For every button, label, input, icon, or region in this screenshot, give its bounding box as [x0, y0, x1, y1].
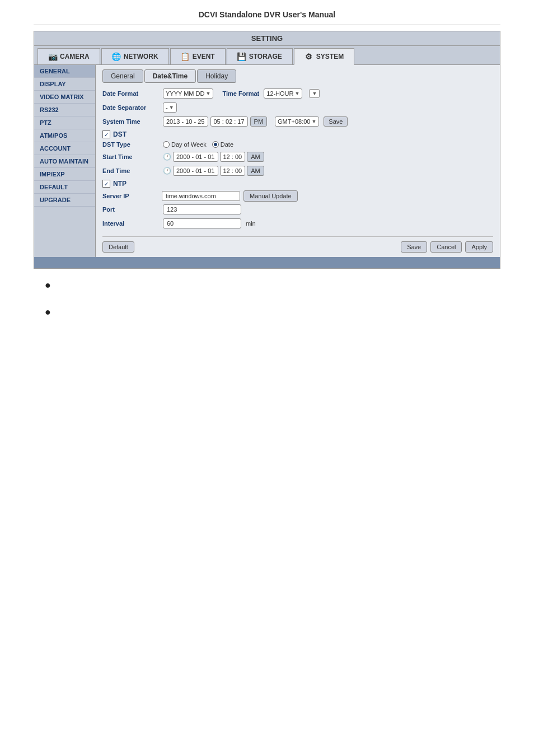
main-content: GENERAL DISPLAY VIDEO MATRIX RS232 PTZ A…: [34, 65, 500, 257]
dst-start-time-row: Start Time 🕐 2000 - 01 - 01 12 : 00 AM: [102, 152, 493, 162]
system-time-value[interactable]: 05 : 02 : 17: [210, 116, 248, 127]
ntp-interval-row: Interval 60 min: [102, 218, 493, 228]
system-date-value[interactable]: 2013 - 10 - 25: [163, 116, 208, 127]
setting-title: SETTING: [34, 31, 500, 46]
ntp-port-label: Port: [102, 206, 158, 213]
date-format-value: YYYY MM DD: [166, 90, 204, 97]
sub-tabs: General Date&Time Holiday: [102, 69, 493, 83]
dst-type-date-label: Date: [221, 141, 233, 148]
dst-start-clock-icon: 🕐: [163, 153, 171, 161]
ntp-checkbox[interactable]: ✓: [102, 180, 110, 188]
dst-start-date-value[interactable]: 2000 - 01 - 01: [173, 152, 218, 162]
dst-type-day-of-week[interactable]: Day of Week: [163, 141, 207, 148]
nav-network-label: NETWORK: [124, 53, 158, 60]
dst-start-time-group: 🕐 2000 - 01 - 01 12 : 00 AM: [163, 152, 264, 162]
date-separator-row: Date Separator - ▼: [102, 102, 493, 113]
cancel-button[interactable]: Cancel: [430, 241, 462, 253]
dst-checkbox[interactable]: ✓: [102, 130, 110, 138]
ntp-manual-update-button[interactable]: Manual Update: [243, 190, 298, 202]
nav-camera[interactable]: 📷 CAMERA: [38, 48, 100, 64]
save-button[interactable]: Save: [401, 241, 427, 253]
timezone-dropdown[interactable]: GMT+08:00 ▼: [275, 116, 319, 127]
apply-button[interactable]: Apply: [465, 241, 493, 253]
timezone-arrow-icon: ▼: [311, 119, 316, 124]
tab-holiday[interactable]: Holiday: [197, 69, 236, 83]
setting-container: SETTING 📷 CAMERA 🌐 NETWORK 📋 EVENT 💾 STO…: [34, 31, 500, 269]
nav-system-label: SYSTEM: [316, 53, 344, 60]
date-separator-input[interactable]: - ▼: [163, 102, 177, 113]
dst-end-time-label: End Time: [102, 167, 158, 174]
sidebar-item-auto-maintain[interactable]: AUTO MAINTAIN: [34, 155, 95, 168]
tab-date-time[interactable]: Date&Time: [144, 69, 196, 83]
nav-camera-label: CAMERA: [60, 53, 90, 60]
bottom-buttons: Default Save Cancel Apply: [102, 236, 493, 253]
dst-end-ampm-value[interactable]: AM: [247, 166, 264, 176]
dst-type-dow-radio[interactable]: [163, 141, 170, 148]
date-separator-label: Date Separator: [102, 104, 158, 111]
default-button[interactable]: Default: [102, 241, 134, 253]
nav-network[interactable]: 🌐 NETWORK: [101, 48, 169, 64]
date-format-label: Date Format: [102, 90, 158, 97]
sidebar-item-default[interactable]: DEFAULT: [34, 181, 95, 194]
sidebar-item-ptz[interactable]: PTZ: [34, 116, 95, 129]
sidebar-item-display[interactable]: DISPLAY: [34, 78, 95, 91]
sidebar-item-video-matrix[interactable]: VIDEO MATRIX: [34, 91, 95, 104]
dst-start-ampm-value[interactable]: AM: [247, 152, 264, 162]
ntp-interval-label: Interval: [102, 220, 158, 227]
ntp-server-ip-label: Server IP: [102, 193, 158, 199]
sidebar-item-upgrade[interactable]: UPGRADE: [34, 194, 95, 207]
time-format-label: Time Format: [222, 90, 259, 97]
sidebar: GENERAL DISPLAY VIDEO MATRIX RS232 PTZ A…: [34, 65, 96, 257]
bullet-item-2: ●: [45, 307, 489, 317]
nav-storage[interactable]: 💾 STORAGE: [227, 48, 293, 64]
dst-start-time-label: Start Time: [102, 153, 158, 160]
date-format-row: Date Format YYYY MM DD ▼ Time Format 12-…: [102, 88, 493, 99]
tab-general[interactable]: General: [102, 69, 143, 83]
date-separator-arrow-icon: ▼: [169, 105, 174, 110]
dst-end-time-group: 🕐 2000 - 01 - 01 12 : 00 AM: [163, 166, 264, 176]
sidebar-item-atm-pos[interactable]: ATM/POS: [34, 129, 95, 142]
dst-type-label: DST Type: [102, 141, 158, 148]
dst-type-row: DST Type Day of Week Date: [102, 141, 493, 148]
sidebar-item-account[interactable]: ACCOUNT: [34, 142, 95, 155]
ntp-port-row: Port 123: [102, 204, 493, 214]
system-time-save-button[interactable]: Save: [324, 116, 348, 127]
bottom-bar: [34, 257, 500, 268]
sidebar-item-general[interactable]: GENERAL: [34, 65, 95, 78]
dst-start-hm-value[interactable]: 12 : 00: [220, 152, 246, 162]
page-title: DCVI Standalone DVR User's Manual: [0, 0, 534, 25]
system-time-row: System Time 2013 - 10 - 25 05 : 02 : 17 …: [102, 116, 493, 127]
sidebar-item-rs232[interactable]: RS232: [34, 104, 95, 116]
date-format-input[interactable]: YYYY MM DD ▼: [163, 88, 213, 99]
ntp-server-ip-input[interactable]: time.windows.com: [162, 191, 240, 201]
dst-end-time-row: End Time 🕐 2000 - 01 - 01 12 : 00 AM: [102, 166, 493, 176]
system-time-group: 2013 - 10 - 25 05 : 02 : 17 PM: [163, 116, 267, 127]
divider: [34, 25, 500, 25]
dst-type-date[interactable]: Date: [212, 141, 233, 148]
time-format-extra-arrow-icon: ▼: [312, 91, 317, 96]
dst-end-clock-icon: 🕐: [163, 167, 171, 175]
time-format-extra-dropdown[interactable]: ▼: [309, 89, 320, 98]
system-icon: ⚙: [305, 52, 313, 61]
dst-end-hm-value[interactable]: 12 : 00: [220, 166, 246, 176]
time-format-input[interactable]: 12-HOUR ▼: [264, 88, 302, 99]
dst-type-date-radio[interactable]: [212, 141, 219, 148]
dst-section-header: ✓ DST: [102, 130, 493, 138]
time-format-value: 12-HOUR: [266, 90, 293, 97]
dst-type-radio-group: Day of Week Date: [163, 141, 233, 148]
dst-label: DST: [113, 130, 127, 138]
storage-icon: 💾: [237, 52, 246, 61]
dst-end-date-value[interactable]: 2000 - 01 - 01: [173, 166, 218, 176]
system-time-label: System Time: [102, 118, 158, 125]
ntp-interval-input[interactable]: 60: [163, 218, 241, 228]
bullet-section: ● ●: [45, 280, 489, 317]
network-icon: 🌐: [112, 52, 121, 61]
timezone-value: GMT+08:00: [278, 118, 310, 125]
top-nav: 📷 CAMERA 🌐 NETWORK 📋 EVENT 💾 STORAGE ⚙ S…: [34, 46, 500, 65]
system-ampm-value[interactable]: PM: [250, 116, 268, 127]
nav-event[interactable]: 📋 EVENT: [170, 48, 226, 64]
nav-system[interactable]: ⚙ SYSTEM: [294, 48, 354, 65]
ntp-server-ip-row: Server IP time.windows.com Manual Update: [102, 190, 493, 202]
ntp-port-input[interactable]: 123: [163, 204, 241, 214]
sidebar-item-imp-exp[interactable]: IMP/EXP: [34, 168, 95, 181]
